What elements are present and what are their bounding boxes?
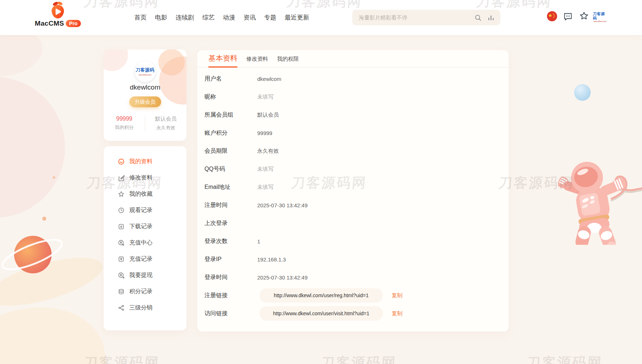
share-icon — [118, 304, 125, 311]
row-label: 昵称 — [204, 93, 257, 101]
avatar[interactable]: 刀客源码 www.dkewl.com — [135, 61, 156, 82]
row-label: 登录时间 — [204, 274, 257, 281]
blue-planet-decoration — [574, 84, 591, 101]
sidebar-menu: 我的资料 修改资料 我的收藏 观看记录 下载记录 — [104, 146, 186, 330]
points-label: 我的积分 — [104, 124, 145, 131]
dkewl-mini-logo[interactable]: 刀客源码 www.dkewl.com — [593, 12, 607, 23]
header: MacCMS Pro 首页 电影 连续剧 综艺 动漫 资讯 专题 最近更新 — [0, 0, 642, 35]
sidebar-item-favorites[interactable]: 我的收藏 — [104, 186, 186, 202]
watermark: 刀客源码网 — [320, 355, 397, 364]
sidebar-item-watch-history[interactable]: 观看记录 — [104, 202, 186, 218]
tab-edit-info[interactable]: 修改资料 — [246, 56, 268, 67]
row-label: 登录次数 — [204, 238, 257, 245]
nav-item-home[interactable]: 首页 — [134, 13, 147, 22]
row-account-points: 账户积分 99999 — [197, 124, 509, 142]
row-login-ip: 登录IP 192.168.1.3 — [197, 250, 509, 268]
row-label: 会员期限 — [204, 147, 257, 155]
maccms-apple-icon — [49, 1, 66, 19]
row-value: 未填写 — [257, 166, 273, 173]
brand-badge: Pro — [66, 20, 81, 27]
peach-dot-decoration — [42, 217, 46, 221]
menu-label: 观看记录 — [129, 207, 152, 214]
row-value: 永久有效 — [257, 148, 279, 155]
row-last-login: 上次登录 — [197, 214, 509, 232]
profile-stats: 99999 我的积分 默认会员 永久有效 — [104, 116, 186, 131]
nav-item-series[interactable]: 连续剧 — [176, 13, 194, 22]
row-visit-link: 访问链接 复制 — [197, 304, 509, 322]
upgrade-member-button[interactable]: 升级会员 — [129, 96, 161, 107]
row-register-time: 注册时间 2025-07-30 13:42:49 — [197, 196, 509, 214]
pink-circle-decoration — [0, 77, 65, 218]
row-value: 1 — [257, 238, 260, 244]
download-icon — [118, 223, 125, 230]
sidebar-item-edit-profile[interactable]: 修改资料 — [104, 170, 186, 186]
row-member-term: 会员期限 永久有效 — [197, 142, 509, 160]
sidebar-item-download-history[interactable]: 下载记录 — [104, 218, 186, 235]
row-login-count: 登录次数 1 — [197, 232, 509, 250]
sidebar-item-recharge-history[interactable]: 充值记录 — [104, 251, 186, 267]
row-value: 2025-07-30 13:42:49 — [257, 274, 307, 281]
sidebar-item-points-history[interactable]: 积分记录 — [104, 283, 186, 300]
row-label: Email地址 — [204, 183, 257, 191]
clock-icon — [118, 207, 125, 214]
row-value: 192.168.1.3 — [257, 256, 286, 263]
row-member-group: 所属会员组 默认会员 — [197, 106, 509, 124]
row-label: 所属会员组 — [204, 111, 257, 119]
points-stat: 99999 我的积分 — [104, 116, 145, 131]
row-qq: QQ号码 未填写 — [197, 160, 509, 178]
china-flag-icon[interactable] — [547, 11, 557, 21]
recharge-icon — [118, 239, 125, 246]
menu-label: 我要提现 — [129, 272, 152, 279]
yen-square-icon — [118, 256, 125, 263]
row-value: dkewlcom — [257, 76, 281, 82]
nav-item-anime[interactable]: 动漫 — [223, 13, 235, 22]
search-input[interactable] — [352, 14, 474, 21]
tab-my-permissions[interactable]: 我的权限 — [277, 56, 299, 67]
member-group-label: 永久有效 — [145, 125, 186, 131]
sidebar-item-distribution[interactable]: 三级分销 — [104, 300, 186, 316]
message-icon[interactable] — [563, 12, 573, 21]
watermark: 刀客源码网 — [498, 176, 575, 191]
site-logo[interactable]: MacCMS Pro — [34, 1, 82, 27]
member-group-value: 默认会员 — [145, 116, 186, 122]
watermark: 刀客源码网 — [83, 355, 160, 364]
nav-item-news[interactable]: 资讯 — [244, 13, 256, 22]
sidebar-item-my-profile[interactable]: 我的资料 — [104, 153, 186, 170]
row-label: 注册链接 — [204, 292, 257, 299]
rank-icon[interactable] — [487, 14, 495, 21]
visit-link-input[interactable] — [259, 306, 383, 321]
copy-visit-link-button[interactable]: 复制 — [392, 310, 402, 317]
astronaut-illustration — [558, 155, 642, 245]
register-link-input[interactable] — [259, 288, 383, 303]
row-login-time: 登录时间 2025-07-30 13:42:49 — [197, 268, 509, 286]
row-label: 用户名 — [204, 75, 257, 83]
nav-item-movies[interactable]: 电影 — [155, 13, 167, 22]
menu-label: 我的资料 — [129, 158, 152, 165]
page: MacCMS Pro 首页 电影 连续剧 综艺 动漫 资讯 专题 最近更新 — [0, 0, 642, 364]
menu-label: 我的收藏 — [129, 190, 152, 198]
member-group-stat: 默认会员 永久有效 — [145, 116, 186, 131]
menu-label: 下载记录 — [129, 223, 152, 230]
search-icon[interactable] — [474, 14, 482, 21]
nav-item-latest[interactable]: 最近更新 — [285, 13, 309, 22]
nav-item-topics[interactable]: 专题 — [264, 13, 276, 22]
menu-label: 积分记录 — [129, 288, 152, 295]
sidebar-item-recharge-center[interactable]: 充值中心 — [104, 235, 186, 251]
row-label: 注册时间 — [204, 202, 257, 209]
favorite-star-icon[interactable] — [579, 11, 589, 21]
row-email: Email地址 未填写 — [197, 178, 509, 196]
sidebar-item-withdraw[interactable]: 我要提现 — [104, 267, 186, 283]
tab-basic-info[interactable]: 基本资料 — [208, 53, 237, 68]
menu-label: 充值中心 — [129, 239, 152, 247]
nav-item-variety[interactable]: 综艺 — [202, 13, 215, 22]
main-nav: 首页 电影 连续剧 综艺 动漫 资讯 专题 最近更新 — [134, 0, 309, 35]
copy-register-link-button[interactable]: 复制 — [392, 292, 402, 299]
search-bar — [352, 10, 500, 25]
row-label: 上次登录 — [204, 220, 257, 227]
mini-logo-text: 刀客源码 — [593, 12, 607, 20]
row-username: 用户名 dkewlcom — [197, 70, 509, 88]
row-value: 默认会员 — [257, 112, 279, 118]
row-label: QQ号码 — [204, 165, 257, 173]
star-icon — [118, 191, 125, 198]
points-icon — [118, 288, 125, 295]
